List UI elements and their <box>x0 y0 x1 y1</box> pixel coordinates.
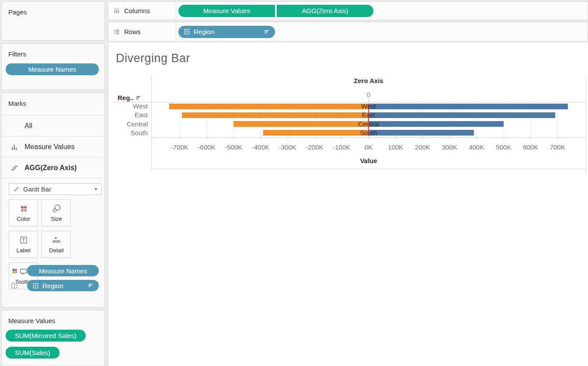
x-tick-mark <box>557 137 558 139</box>
marks-pill-label: Measure Names <box>39 267 87 275</box>
chevron-down-icon[interactable]: ▾ <box>93 185 99 193</box>
marks-layer-measure-values[interactable]: Measure Values <box>2 136 104 157</box>
bar-sales[interactable] <box>369 121 504 127</box>
x-tick-mark <box>315 137 315 139</box>
expand-icon[interactable] <box>184 29 190 35</box>
color-button-label: Color <box>17 216 30 222</box>
marks-layer-agg-zero-axis[interactable]: AGG(Zero Axis) <box>2 157 104 178</box>
rows-shelf[interactable]: Rows Region <box>108 22 588 42</box>
row-field-header[interactable]: Reg.. <box>118 94 141 101</box>
x-tick-label: -400K <box>252 143 269 151</box>
sort-descending-icon[interactable] <box>87 282 94 289</box>
x-tick-label: -200K <box>306 143 324 151</box>
measure-values-card: Measure Values SUM(Mirrored Sales) SUM(S… <box>1 310 105 366</box>
detail-button[interactable]: Detail <box>42 231 71 258</box>
x-tick-label: 0K <box>365 143 372 151</box>
detail-button-label: Detail <box>49 247 63 254</box>
bar-mirrored-sales[interactable] <box>182 112 369 118</box>
x-tick-mark <box>288 137 288 139</box>
text-label-icon[interactable] <box>2 282 27 289</box>
pill-label: SUM(Mirrored Sales) <box>15 332 77 339</box>
x-tick-label: -600K <box>198 143 216 151</box>
marks-pill-label: Region <box>42 282 63 289</box>
x-tick-label: -700K <box>171 143 188 151</box>
x-tick-label: 400K <box>469 143 484 151</box>
rows-pill-region[interactable]: Region <box>178 26 275 38</box>
row-header-label[interactable]: East <box>113 111 148 119</box>
text-label-icon <box>19 235 28 245</box>
mark-type-dropdown[interactable]: Gantt Bar ▾ <box>9 183 102 195</box>
measure-values-pill-sales[interactable]: SUM(Sales) <box>6 347 59 359</box>
x-tick-label: 700K <box>550 143 565 151</box>
bar-mirrored-sales[interactable] <box>263 130 369 136</box>
x-tick-mark <box>422 137 423 139</box>
x-tick-mark <box>341 137 342 139</box>
x-tick-label: -100K <box>333 143 350 151</box>
marks-layer-label: AGG(Zero Axis) <box>24 164 77 172</box>
x-tick-mark <box>207 137 207 139</box>
bar-label: South <box>360 129 377 136</box>
label-button[interactable]: Label <box>9 231 38 258</box>
top-axis-title: Zero Axis <box>151 77 586 84</box>
x-tick-label: 300K <box>442 143 457 151</box>
columns-pill-measure-values[interactable]: Measure Values <box>178 5 275 17</box>
pill-label: Region <box>194 28 215 35</box>
measure-values-pill-mirrored-sales[interactable]: SUM(Mirrored Sales) <box>6 330 86 342</box>
row-field-header-label: Reg.. <box>118 94 134 101</box>
filter-pill-label: Measure Names <box>28 66 76 73</box>
pages-card[interactable]: Pages <box>1 1 105 41</box>
row-header-divider <box>113 102 586 102</box>
columns-shelf[interactable]: Columns Measure Values AGG(Zero Axis) <box>108 1 588 20</box>
bar-mirrored-sales[interactable] <box>233 121 369 127</box>
bar-label: Central <box>358 120 379 128</box>
marks-title: Marks <box>2 93 104 107</box>
pill-label: AGG(Zero Axis) <box>302 7 348 14</box>
sidebar: Pages Filters Measure Names Marks All Me… <box>0 0 107 366</box>
bar-sales[interactable] <box>369 112 555 118</box>
marks-layer-all[interactable]: All <box>2 115 104 136</box>
size-icon <box>52 204 61 213</box>
sort-descending-icon[interactable] <box>136 95 141 101</box>
size-button[interactable]: Size <box>42 199 71 227</box>
x-tick-label: 600K <box>523 143 538 151</box>
label-button-label: Label <box>17 247 31 254</box>
rows-shelf-label: Rows <box>124 28 176 35</box>
x-tick-mark <box>369 137 369 139</box>
columns-pill-agg-zero-axis[interactable]: AGG(Zero Axis) <box>277 5 373 17</box>
x-tick-label: -300K <box>279 143 296 151</box>
row-header-label[interactable]: South <box>113 129 148 136</box>
color-dots-icon[interactable] <box>2 267 27 275</box>
bar-sales[interactable] <box>369 104 568 109</box>
x-tick-mark <box>180 137 180 139</box>
x-tick-label: -500K <box>225 143 242 151</box>
rows-icon <box>113 28 120 35</box>
color-button[interactable]: Color <box>9 199 38 227</box>
color-dots-icon <box>19 204 28 213</box>
sort-descending-icon[interactable] <box>264 29 270 35</box>
marks-pill-row: Region <box>2 280 105 291</box>
pill-label: Measure Values <box>203 7 250 14</box>
x-tick-label: 200K <box>415 143 430 151</box>
marks-pill-measure-names[interactable]: Measure Names <box>27 265 99 276</box>
x-tick-mark <box>530 137 531 139</box>
marks-pill-region[interactable]: Region <box>27 280 99 291</box>
pages-title: Pages <box>2 2 104 16</box>
x-tick-mark <box>477 137 477 139</box>
marks-card: Marks All Measure Values AGG(Zero Axis) … <box>1 93 105 307</box>
measure-values-title: Measure Values <box>2 310 104 324</box>
axis-border-left <box>151 75 152 169</box>
filters-title: Filters <box>2 44 104 58</box>
row-header-label[interactable]: West <box>113 102 148 110</box>
bar-mirrored-sales[interactable] <box>169 104 369 109</box>
expand-icon[interactable] <box>33 283 38 289</box>
chart: Zero Axis 0 Value Reg.. -700K-600K-500K-… <box>108 42 588 366</box>
x-tick-mark <box>233 137 234 139</box>
filter-pill-measure-names[interactable]: Measure Names <box>6 63 99 75</box>
mark-type-value: Gantt Bar <box>23 185 51 193</box>
row-header-label[interactable]: Central <box>113 120 148 128</box>
bar-sales[interactable] <box>369 130 474 136</box>
filters-card[interactable]: Filters Measure Names <box>1 43 105 90</box>
top-axis-tick-mark <box>369 99 369 102</box>
marks-pill-row: Measure Names <box>2 265 105 276</box>
gantt-icon <box>13 186 20 192</box>
